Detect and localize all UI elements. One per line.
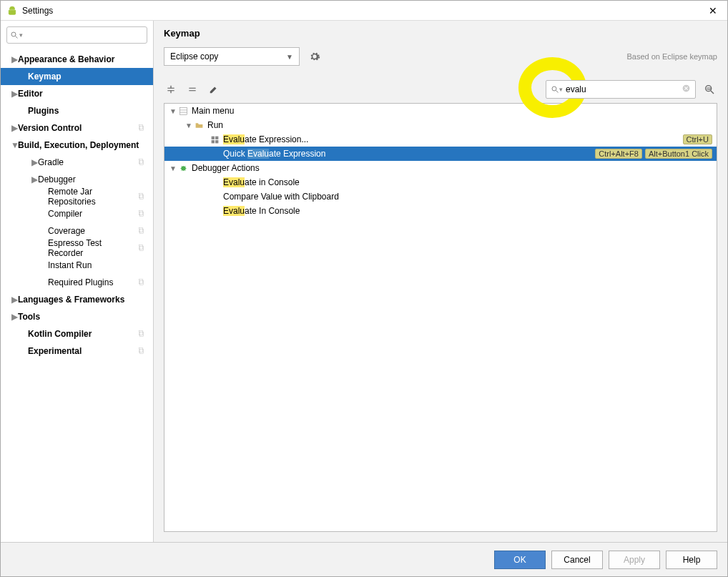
sidebar-item[interactable]: ▶Debugger: [1, 171, 153, 188]
action-row[interactable]: Evaluate Expression...Ctrl+U: [164, 132, 717, 147]
action-search[interactable]: ▾: [546, 80, 696, 99]
shortcut-badges: Ctrl+U: [683, 134, 712, 144]
tree-arrow-icon: ▼: [11, 140, 18, 150]
sidebar-item[interactable]: ▶Tools: [1, 308, 153, 325]
collapse-all-icon[interactable]: [185, 82, 200, 97]
ok-button[interactable]: OK: [494, 551, 546, 569]
expand-all-icon[interactable]: [164, 82, 178, 97]
clear-search-icon[interactable]: [682, 84, 691, 95]
action-search-input[interactable]: [563, 84, 682, 94]
gear-icon[interactable]: [307, 49, 323, 64]
tree-arrow-icon: ▶: [11, 295, 18, 305]
cancel-button[interactable]: Cancel: [551, 551, 603, 569]
search-icon: [10, 31, 19, 39]
action-label: Main menu: [192, 106, 712, 116]
keymap-scheme-value: Eclipse copy: [170, 51, 218, 61]
shortcut-badge: Alt+Button1 Click: [645, 149, 712, 159]
based-on-label: Based on Eclipse keymap: [626, 52, 717, 61]
menu-icon: [177, 107, 189, 116]
settings-search-input[interactable]: [23, 30, 144, 40]
action-row[interactable]: ▼Main menu: [164, 104, 717, 118]
window-title: Settings: [22, 6, 704, 16]
sidebar-item[interactable]: Compiler: [1, 205, 153, 222]
sidebar-item[interactable]: Coverage: [1, 222, 153, 240]
tree-arrow-icon: ▶: [11, 89, 18, 99]
keymap-panel: Keymap Eclipse copy ▼ Based on Eclipse k…: [154, 21, 727, 542]
svg-rect-13: [140, 246, 144, 250]
bug-icon: [177, 164, 189, 173]
sidebar-item[interactable]: Remote Jar Repositories: [1, 188, 153, 205]
action-label: Quick Evaluate Expression: [223, 149, 595, 159]
sidebar-item[interactable]: ▶Languages & Frameworks: [1, 291, 153, 308]
svg-text:⌨: ⌨: [707, 87, 712, 91]
sidebar-item[interactable]: ▶Appearance & Behavior: [1, 51, 153, 68]
edit-icon[interactable]: [207, 82, 221, 97]
grid-icon: [209, 135, 220, 144]
sidebar-item[interactable]: ▶Version Control: [1, 119, 153, 137]
actions-tree[interactable]: ▼Main menu▼RunEvaluate Expression...Ctrl…: [164, 103, 717, 532]
settings-search[interactable]: ▾: [6, 26, 147, 44]
sidebar-item-label: Compiler: [48, 209, 137, 219]
project-level-icon: [137, 158, 147, 167]
sidebar-item-label: Languages & Frameworks: [18, 295, 147, 305]
sidebar-item-label: Kotlin Compiler: [28, 329, 137, 339]
search-icon: [551, 85, 559, 94]
shortcut-badge: Ctrl+U: [683, 134, 712, 144]
action-row[interactable]: ▼Debugger Actions: [164, 161, 717, 175]
project-level-icon: [137, 192, 147, 202]
tree-arrow-icon: ▼: [169, 107, 177, 115]
project-level-icon: [137, 347, 147, 356]
svg-rect-2: [139, 124, 142, 129]
sidebar-item[interactable]: ▶Editor: [1, 85, 153, 102]
svg-rect-19: [140, 349, 144, 353]
tree-arrow-icon: ▼: [169, 164, 177, 172]
sidebar-item-label: Plugins: [28, 106, 147, 116]
sidebar-item-label: Keymap: [28, 71, 147, 82]
apply-button[interactable]: Apply: [609, 551, 660, 569]
svg-rect-31: [211, 140, 214, 143]
sidebar-item[interactable]: Kotlin Compiler: [1, 325, 153, 342]
svg-rect-15: [140, 280, 144, 285]
sidebar-item-label: Remote Jar Repositories: [48, 187, 137, 207]
sidebar-item[interactable]: Plugins: [1, 102, 153, 119]
sidebar-item[interactable]: ▼Build, Execution, Deployment: [1, 137, 153, 154]
sidebar-item[interactable]: Espresso Test Recorder: [1, 240, 153, 257]
svg-rect-10: [139, 227, 142, 232]
sidebar-item[interactable]: Required Plugins: [1, 274, 153, 291]
shortcut-badges: Ctrl+Alt+F8Alt+Button1 Click: [595, 149, 712, 159]
close-icon[interactable]: ✕: [704, 5, 722, 16]
project-level-icon: [137, 209, 147, 219]
keymap-scheme-dropdown[interactable]: Eclipse copy ▼: [164, 47, 300, 66]
help-button[interactable]: Help: [666, 551, 717, 569]
sidebar-item-label: Build, Execution, Deployment: [18, 140, 147, 150]
action-label: Compare Value with Clipboard: [223, 192, 712, 202]
sidebar-item[interactable]: ▶Gradle: [1, 154, 153, 171]
svg-rect-17: [140, 332, 144, 336]
svg-rect-3: [140, 126, 144, 130]
action-label: Evaluate Expression...: [223, 134, 683, 144]
project-level-icon: [137, 124, 147, 133]
action-row[interactable]: ▼Run: [164, 118, 717, 132]
action-row[interactable]: Evaluate In Console: [164, 204, 717, 218]
action-row[interactable]: Quick Evaluate ExpressionCtrl+Alt+F8Alt+…: [164, 147, 717, 161]
sidebar-item-label: Instant Run: [48, 260, 147, 270]
sidebar-item[interactable]: Keymap: [1, 68, 153, 85]
sidebar-item-label: Espresso Test Recorder: [48, 238, 137, 258]
svg-rect-11: [140, 229, 144, 233]
action-label: Run: [207, 120, 712, 130]
android-icon: [6, 5, 18, 16]
svg-rect-26: [179, 107, 187, 114]
svg-rect-6: [139, 193, 142, 197]
action-row[interactable]: Compare Value with Clipboard: [164, 189, 717, 204]
sidebar-item-label: Experimental: [28, 346, 137, 356]
sidebar-item[interactable]: Experimental: [1, 342, 153, 360]
tree-arrow-icon: ▼: [185, 122, 193, 129]
find-by-shortcut-icon[interactable]: ⌨: [702, 82, 717, 97]
svg-rect-16: [139, 330, 142, 335]
svg-line-21: [556, 91, 559, 93]
action-row[interactable]: Evaluate in Console: [164, 175, 717, 189]
folder-icon: [193, 121, 205, 130]
page-title: Keymap: [154, 21, 727, 43]
settings-tree[interactable]: ▶Appearance & BehaviorKeymap▶EditorPlugi…: [1, 48, 153, 542]
sidebar-item[interactable]: Instant Run: [1, 257, 153, 274]
